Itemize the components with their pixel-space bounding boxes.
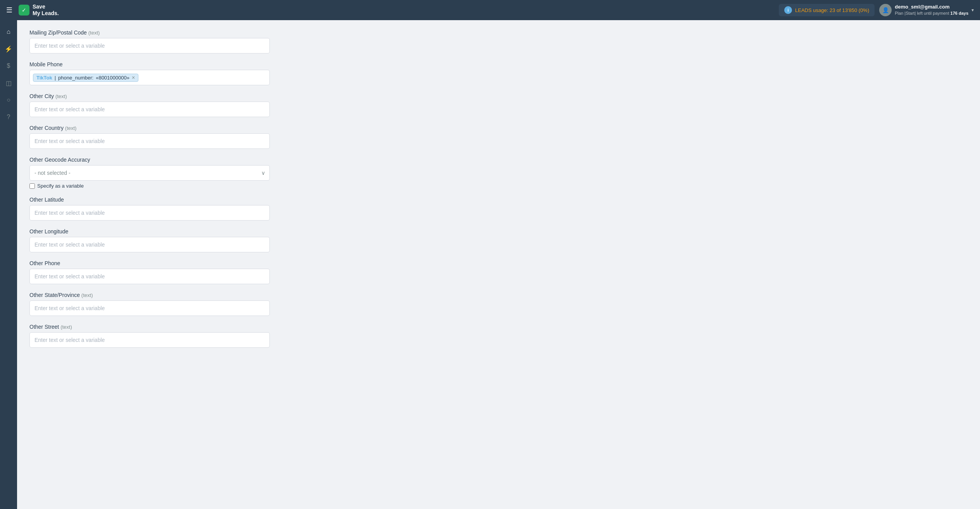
field-label-other-geocode: Other Geocode Accuracy [29, 157, 270, 163]
user-chevron-icon: ▾ [971, 7, 974, 13]
other-country-input[interactable] [29, 133, 270, 149]
field-other-country: Other Country (text) [29, 125, 270, 149]
field-label-other-city: Other City (text) [29, 93, 270, 99]
field-other-state: Other State/Province (text) [29, 292, 270, 316]
field-other-city: Other City (text) [29, 93, 270, 117]
specify-variable-checkbox[interactable] [29, 183, 35, 189]
logo-text: Save My Leads. [33, 3, 59, 17]
field-mailing-zip: Mailing Zip/Postal Code (text) [29, 29, 270, 53]
field-other-longitude: Other Longitude [29, 228, 270, 252]
tag-field: phone_number: [58, 75, 93, 81]
user-email: demo_sml@gmail.com [895, 4, 968, 10]
field-label-other-longitude: Other Longitude [29, 228, 270, 235]
geocode-dropdown-wrapper: - not selected - ∨ [29, 165, 270, 181]
tag-source: TikTok [36, 75, 52, 81]
user-plan: Plan |Start| left until payment 176 days [895, 10, 968, 16]
field-other-phone: Other Phone [29, 260, 270, 284]
info-icon: i [784, 6, 792, 14]
user-menu[interactable]: 👤 demo_sml@gmail.com Plan |Start| left u… [879, 4, 974, 16]
logo: ✓ Save My Leads. [19, 3, 59, 17]
sidebar-item-connections[interactable]: ⚡ [2, 42, 16, 56]
field-label-mobile-phone: Mobile Phone [29, 61, 270, 67]
field-other-geocode: Other Geocode Accuracy - not selected - … [29, 157, 270, 189]
tag-value: «8001000000» [96, 75, 129, 81]
other-phone-input[interactable] [29, 269, 270, 284]
menu-icon[interactable]: ☰ [6, 6, 12, 14]
topbar: ☰ ✓ Save My Leads. i LEADS usage: 23 of … [0, 0, 980, 20]
tag-close-icon[interactable]: × [132, 75, 135, 80]
field-label-mailing-zip: Mailing Zip/Postal Code (text) [29, 29, 270, 36]
other-street-input[interactable] [29, 332, 270, 348]
mobile-phone-tag: TikTok | phone_number: «8001000000» × [33, 74, 138, 82]
other-longitude-input[interactable] [29, 237, 270, 252]
specify-variable-label: Specify as a variable [37, 183, 84, 189]
other-latitude-input[interactable] [29, 205, 270, 221]
tag-separator: | [55, 75, 56, 81]
leads-usage-text: LEADS usage: 23 of 13'850 (0%) [795, 7, 869, 13]
user-avatar: 👤 [879, 4, 892, 16]
field-label-other-latitude: Other Latitude [29, 197, 270, 203]
sidebar-item-tasks[interactable]: ◫ [2, 76, 16, 90]
form-section: Mailing Zip/Postal Code (text) Mobile Ph… [29, 29, 270, 348]
user-info: demo_sml@gmail.com Plan |Start| left unt… [895, 4, 968, 16]
field-label-other-state: Other State/Province (text) [29, 292, 270, 298]
mobile-phone-tag-input[interactable]: TikTok | phone_number: «8001000000» × [29, 70, 270, 85]
field-label-other-phone: Other Phone [29, 260, 270, 266]
sidebar-item-home[interactable]: ⌂ [2, 25, 16, 39]
sidebar-item-help[interactable]: ? [2, 110, 16, 124]
geocode-dropdown[interactable]: - not selected - [29, 165, 270, 181]
leads-usage-badge: i LEADS usage: 23 of 13'850 (0%) [779, 4, 875, 16]
other-city-input[interactable] [29, 102, 270, 117]
field-label-other-street: Other Street (text) [29, 324, 270, 330]
field-mobile-phone: Mobile Phone TikTok | phone_number: «800… [29, 61, 270, 85]
logo-icon: ✓ [19, 5, 29, 16]
other-state-input[interactable] [29, 300, 270, 316]
field-other-street: Other Street (text) [29, 324, 270, 348]
mailing-zip-input[interactable] [29, 38, 270, 53]
specify-variable-row: Specify as a variable [29, 183, 270, 189]
content-area: Mailing Zip/Postal Code (text) Mobile Ph… [17, 20, 980, 509]
field-label-other-country: Other Country (text) [29, 125, 270, 131]
field-other-latitude: Other Latitude [29, 197, 270, 221]
sidebar-item-profile[interactable]: ○ [2, 93, 16, 107]
sidebar-item-billing[interactable]: $ [2, 59, 16, 73]
sidebar: ⌂ ⚡ $ ◫ ○ ? [0, 20, 17, 509]
main-layout: ⌂ ⚡ $ ◫ ○ ? Mailing Zip/Postal Code (tex… [0, 20, 980, 509]
